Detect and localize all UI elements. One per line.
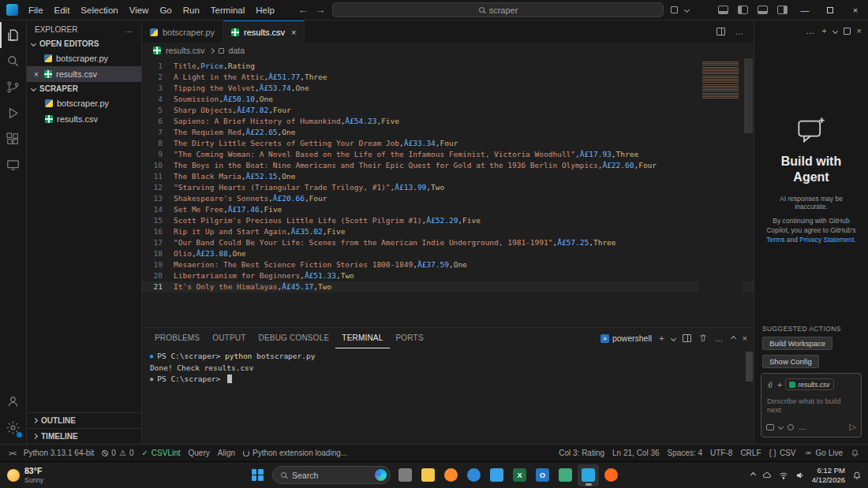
settings-gear-icon[interactable]: [0, 415, 27, 441]
code-line[interactable]: 3Tipping the Velvet,Â£53.74,One: [142, 83, 754, 94]
task-view-icon[interactable]: [395, 464, 416, 486]
minimize-button[interactable]: —: [792, 0, 817, 20]
indentation[interactable]: Spaces: 4: [664, 449, 706, 457]
code-line[interactable]: 4Soumission,Â£50.10,One: [142, 94, 754, 105]
explorer-more-icon[interactable]: …: [125, 25, 133, 34]
panel-tab-output[interactable]: OUTPUT: [206, 328, 252, 348]
panel-tab-terminal[interactable]: TERMINAL: [335, 328, 389, 348]
code-line[interactable]: 21It's Only the Himalayas,Â£45.17,Two: [142, 281, 754, 292]
panel-tab-problems[interactable]: PROBLEMS: [148, 328, 206, 348]
folder-section[interactable]: SCRAPER: [27, 82, 141, 95]
chevron-down-icon[interactable]: [684, 7, 690, 13]
chat-tools-icon[interactable]: …: [799, 423, 807, 431]
toggle-secondary-sidebar-icon[interactable]: [777, 6, 788, 14]
chat-input-placeholder[interactable]: Describe what to build next: [767, 397, 856, 414]
code-line[interactable]: 11The Black Maria,Â£52.15,One: [142, 171, 754, 182]
remote-indicator[interactable]: ><: [5, 445, 20, 461]
back-arrow-icon[interactable]: ←: [297, 5, 308, 15]
excel-icon[interactable]: X: [509, 464, 530, 486]
menu-help[interactable]: Help: [250, 4, 280, 17]
code-line[interactable]: 13Shakespeare's Sonnets,Â£20.66,Four: [142, 193, 754, 204]
split-editor-icon[interactable]: [716, 28, 725, 35]
new-terminal-icon[interactable]: +: [659, 333, 664, 343]
notifications-bell[interactable]: [847, 449, 863, 457]
firefox-icon[interactable]: [440, 464, 462, 486]
wifi-icon[interactable]: [779, 471, 788, 480]
code-line[interactable]: 14Set Me Free,Â£17.46,Five: [142, 204, 754, 215]
minimap[interactable]: [698, 58, 743, 327]
source-control-icon[interactable]: [0, 74, 27, 100]
menu-terminal[interactable]: Terminal: [205, 4, 250, 17]
terminal[interactable]: ●PS C:\scraper> python botscraper.pyDone…: [142, 348, 754, 444]
encoding[interactable]: UTF-8: [706, 449, 736, 457]
outlook-icon[interactable]: O: [532, 464, 553, 486]
panel-tab-ports[interactable]: PORTS: [390, 328, 430, 348]
close-button[interactable]: ×: [843, 0, 868, 20]
python-version[interactable]: Python 3.13.1 64-bit: [20, 445, 99, 461]
vscode-icon[interactable]: [578, 464, 599, 486]
toggle-panel-icon[interactable]: [758, 6, 768, 14]
split-terminal-icon[interactable]: [683, 334, 691, 342]
open-editors-section[interactable]: OPEN EDITORS: [27, 37, 141, 50]
tab-results.csv[interactable]: results.csv×: [223, 20, 305, 43]
chat-more-icon[interactable]: …: [806, 26, 815, 35]
terms-link[interactable]: Terms: [766, 236, 784, 244]
breadcrumb[interactable]: results.csv data: [142, 43, 754, 58]
menu-file[interactable]: File: [23, 4, 49, 17]
menu-edit[interactable]: Edit: [49, 4, 76, 17]
onedrive-cloud-icon[interactable]: [762, 471, 772, 480]
build-workspace-button[interactable]: Build Workspace: [762, 337, 832, 350]
csvlint-status[interactable]: ✓CSVLint: [137, 445, 184, 461]
file-tree-item[interactable]: results.csv: [27, 111, 141, 127]
start-button[interactable]: [246, 464, 268, 486]
show-config-button[interactable]: Show Config: [762, 355, 819, 368]
chevron-down-icon[interactable]: [778, 424, 784, 430]
volume-icon[interactable]: [795, 471, 805, 480]
code-line[interactable]: 1Title,Price,Rating: [142, 61, 754, 72]
code-line[interactable]: 20Libertarianism for Beginners,Â£51.33,T…: [142, 270, 754, 281]
hidden-icons-chevron[interactable]: [750, 472, 756, 478]
panel-close-icon[interactable]: ×: [743, 333, 747, 343]
editor-scrollbar[interactable]: [743, 58, 754, 327]
align-button[interactable]: Align: [214, 445, 239, 461]
code-line[interactable]: 15Scott Pilgrim's Precious Little Life (…: [142, 215, 754, 226]
chat-mode-icon[interactable]: [766, 424, 774, 430]
problems-indicator[interactable]: 0 ⚠0: [98, 445, 137, 461]
panel-maximize-icon[interactable]: [731, 335, 736, 341]
paperclip-icon[interactable]: [766, 381, 774, 389]
open-editor-item[interactable]: ×results.csv: [27, 66, 141, 82]
code-line[interactable]: 17"Our Band Could Be Your Life: Scenes f…: [142, 237, 754, 248]
firefox-icon-2[interactable]: [600, 464, 622, 486]
tab-close-icon[interactable]: ×: [291, 28, 296, 37]
chat-close-icon[interactable]: ×: [857, 26, 862, 35]
run-debug-icon[interactable]: [0, 100, 27, 126]
shell-selector[interactable]: > powershell: [600, 333, 652, 343]
code-line[interactable]: 7The Requiem Red,Â£22.65,One: [142, 127, 754, 138]
chevron-down-icon[interactable]: [671, 335, 676, 341]
open-editor-icon[interactable]: [844, 28, 851, 35]
command-center-search[interactable]: scraper: [332, 2, 664, 17]
cursor-position[interactable]: Ln 21, Col 36: [608, 449, 664, 457]
file-explorer-icon[interactable]: [417, 464, 439, 486]
language-mode[interactable]: { }CSV: [765, 449, 800, 457]
chevron-down-icon[interactable]: [832, 28, 838, 33]
code-line[interactable]: 8The Dirty Little Secrets of Getting You…: [142, 138, 754, 149]
code-line[interactable]: 19Mesaerion: The Best Science Fiction St…: [142, 259, 754, 270]
model-picker-icon[interactable]: [788, 424, 794, 430]
editor-pane[interactable]: 1Title,Price,Rating2A Light in the Attic…: [142, 58, 754, 327]
teams-icon[interactable]: [555, 464, 576, 486]
add-context-icon[interactable]: +: [777, 380, 782, 389]
menu-view[interactable]: View: [124, 4, 155, 17]
send-icon[interactable]: ▷: [850, 422, 856, 432]
code-line[interactable]: 12"Starving Hearts (Triangular Trade Tri…: [142, 182, 754, 193]
timeline-section[interactable]: TIMELINE: [27, 428, 141, 444]
menu-go[interactable]: Go: [154, 4, 177, 17]
toggle-sidebar-icon[interactable]: [738, 6, 748, 14]
eol-sequence[interactable]: CRLF: [736, 449, 765, 457]
explorer-icon[interactable]: [0, 22, 27, 48]
go-live-button[interactable]: Go Live: [800, 449, 847, 457]
open-editor-item[interactable]: botscraper.py: [27, 50, 141, 66]
weather-widget[interactable]: 83°F Sunny: [7, 466, 43, 483]
code-line[interactable]: 6Sapiens: A Brief History of Humankind,Â…: [142, 116, 754, 127]
code-line[interactable]: 5Sharp Objects,Â£47.82,Four: [142, 105, 754, 116]
